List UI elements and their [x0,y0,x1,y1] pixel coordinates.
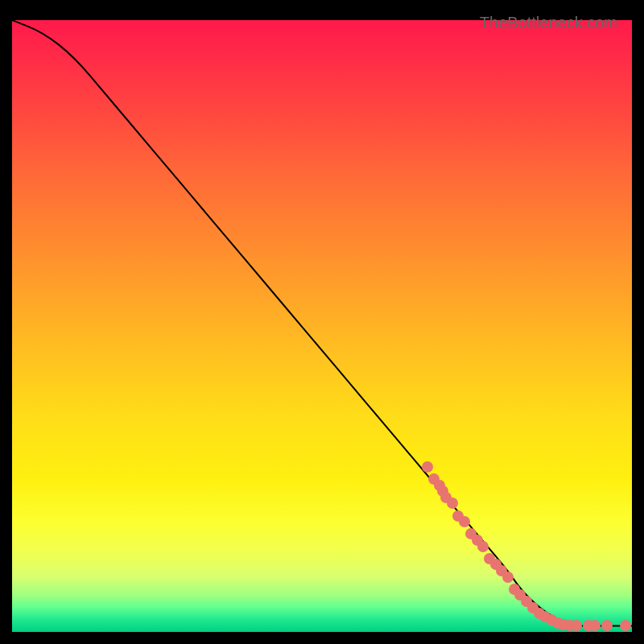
data-point [589,620,601,631]
data-point [571,620,582,631]
data-point [502,572,514,583]
data-point [422,461,433,473]
scatter-dots [12,20,632,632]
data-point [620,620,631,631]
data-point [447,497,458,509]
data-point [459,516,470,527]
attribution-text: TheBottleneck.com [480,14,617,32]
data-point [601,620,613,631]
data-point [477,541,489,552]
chart-container: TheBottleneck.com [12,12,632,632]
